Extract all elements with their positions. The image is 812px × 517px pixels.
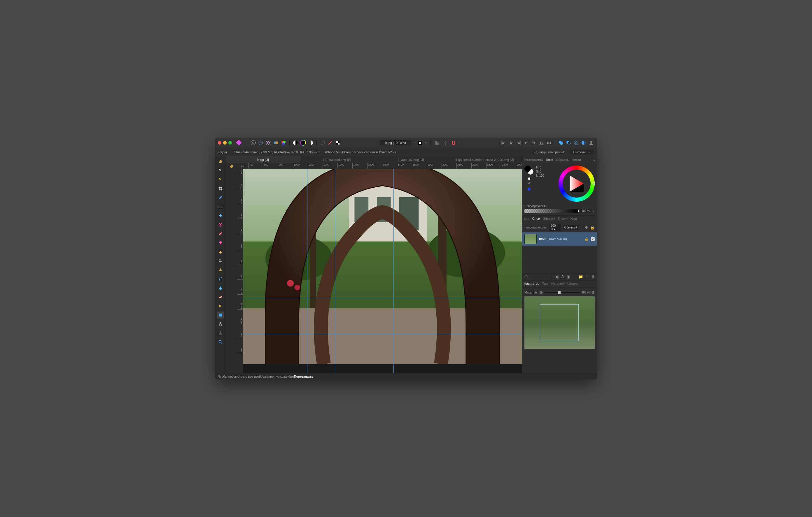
doc-tab-2[interactable]: 9_auto_x2.png [И] — [374, 156, 448, 163]
erase-tool[interactable] — [217, 248, 224, 255]
opacity-dropdown-icon[interactable]: ▸ — [593, 209, 595, 212]
clone-tool[interactable] — [217, 239, 224, 246]
opacity-value[interactable]: 100 % — [580, 209, 591, 213]
align-right-icon[interactable] — [516, 140, 522, 146]
zoom-lens-tool[interactable] — [217, 257, 224, 264]
flood-tool[interactable] — [217, 212, 224, 219]
folder-icon[interactable]: 📁 — [578, 275, 583, 279]
ruler-horizontal[interactable]: 7008009001000110012001300140015001600170… — [248, 163, 522, 169]
align-left-icon[interactable] — [500, 140, 506, 146]
shape-add-icon[interactable] — [558, 140, 564, 146]
shape-sub-icon[interactable] — [566, 140, 571, 146]
blend-mode-select[interactable]: Обычный — [562, 225, 579, 230]
shape-int-icon[interactable] — [573, 140, 579, 146]
tab-swatches[interactable]: Образцы — [556, 158, 569, 161]
add-layer-icon[interactable]: ⊞ — [585, 275, 588, 279]
selection-brush-tool[interactable] — [217, 194, 224, 201]
tab-styles[interactable]: Стили — [558, 217, 568, 220]
panel-menu-icon[interactable]: ≡ — [593, 158, 595, 161]
gear-icon[interactable]: ⚙ — [585, 225, 588, 230]
tab-layers[interactable]: Слои — [532, 217, 540, 220]
fx-icon[interactable]: fx — [561, 275, 564, 279]
doc-tab-0[interactable]: 9.jpg [И] — [226, 156, 300, 163]
doc-tab-1[interactable]: 9-Enhanced.png [И] — [300, 156, 374, 163]
layer-row[interactable]: Фон (Пиксельный) 🔒 ✓ — [522, 232, 597, 246]
persona-tone-icon[interactable] — [273, 140, 279, 146]
zoom-out-icon[interactable]: ⊖ — [540, 290, 543, 295]
doc-tab-3[interactable]: 9-gigapixel-standard-scale-2_00x.png [И] — [448, 156, 522, 163]
zoom-tool[interactable] — [217, 339, 224, 346]
tab-correction[interactable]: Кор — [524, 217, 529, 220]
diagonal-icon[interactable] — [327, 140, 333, 146]
tab-navigator[interactable]: Навигатор — [524, 282, 539, 285]
tab-histogram[interactable]: Гистограмма — [524, 158, 543, 161]
adjustment-icon[interactable]: ◐ — [556, 275, 559, 279]
shape-half-icon[interactable] — [581, 140, 586, 146]
swap-colors-icon[interactable] — [528, 177, 530, 180]
text-tool[interactable]: A — [217, 321, 224, 328]
stamp-tool[interactable] — [217, 266, 224, 273]
heal-tool[interactable] — [217, 275, 224, 282]
color-wheel[interactable] — [558, 165, 595, 202]
half-circle-icon[interactable] — [308, 140, 314, 146]
inpaint-tool[interactable] — [217, 294, 224, 301]
maximize-window[interactable] — [228, 141, 232, 145]
tab-channels[interactable]: Каналы — [567, 282, 578, 285]
blend-dropdown-icon[interactable]: ⌄ — [581, 226, 583, 229]
units-select[interactable]: Пиксели⌄ — [570, 150, 593, 154]
paint-brush-tool[interactable] — [217, 230, 224, 237]
color-picker-tool[interactable] — [217, 221, 224, 228]
tab-misc[interactable]: Хрщ — [570, 217, 577, 220]
align-bottom-icon[interactable] — [539, 140, 544, 146]
dodge-tool[interactable] — [217, 303, 224, 309]
navigator-viewport[interactable] — [540, 304, 579, 341]
mesh-tool[interactable] — [217, 330, 224, 337]
crop-mask-icon[interactable]: ▣ — [567, 275, 570, 279]
zoom-value[interactable]: 100 % — [582, 291, 590, 294]
persona-photo-icon[interactable] — [250, 140, 256, 146]
persona-liquify-icon[interactable] — [258, 140, 264, 146]
layers-blend-icon[interactable]: ⬡ — [524, 275, 528, 279]
blur-tool[interactable] — [217, 284, 224, 292]
minimize-window[interactable] — [223, 141, 227, 145]
tab-color[interactable]: Цвет — [546, 158, 553, 161]
marquee-tool[interactable] — [217, 203, 224, 210]
adjust-bw-icon[interactable] — [293, 140, 298, 146]
close-window[interactable] — [218, 141, 221, 145]
snap-off-icon[interactable] — [442, 140, 448, 146]
grid-icon[interactable] — [434, 140, 440, 146]
recent-color[interactable] — [528, 188, 530, 191]
layer-visible-checkbox[interactable]: ✓ — [591, 237, 595, 241]
trash-icon[interactable]: 🗑 — [591, 275, 595, 279]
persona-export-icon[interactable] — [281, 140, 286, 146]
crop-tool[interactable] — [217, 185, 224, 192]
mask-icon[interactable]: ◻ — [550, 275, 554, 279]
marquee-icon[interactable] — [320, 140, 325, 146]
checker-icon[interactable] — [335, 140, 341, 146]
color-wheel-icon[interactable] — [300, 140, 306, 146]
user-icon[interactable] — [588, 140, 594, 146]
lock-icon[interactable]: 🔒 — [590, 225, 595, 230]
color-swatches[interactable] — [524, 165, 534, 175]
canvas[interactable] — [243, 169, 522, 373]
hand-corner[interactable] — [226, 163, 237, 169]
tab-history[interactable]: История — [551, 282, 564, 285]
opacity-slider[interactable] — [524, 209, 578, 213]
layer-opacity-input[interactable]: 100 % ▸ — [549, 223, 561, 231]
tab-transform[interactable]: Трф — [542, 282, 548, 285]
ruler-vertical[interactable]: 6007008009001000110012001300140015001600… — [237, 169, 243, 373]
shape-tool[interactable] — [217, 311, 224, 318]
view-tool[interactable] — [217, 176, 224, 183]
navigator-thumbnail[interactable] — [524, 296, 595, 349]
move-tool[interactable] — [217, 167, 224, 174]
align-middle-icon[interactable] — [531, 140, 536, 146]
tab-brushes[interactable]: Кисти — [572, 158, 581, 161]
layer-lock-icon[interactable]: 🔒 — [584, 237, 588, 241]
zoom-slider[interactable] — [545, 292, 580, 293]
distribute-icon[interactable] — [546, 140, 552, 146]
align-top-icon[interactable] — [523, 140, 529, 146]
ruler-unit[interactable]: px — [237, 163, 248, 169]
view-mode-icon[interactable] — [417, 140, 423, 146]
tab-effects[interactable]: Эффект — [543, 217, 555, 220]
magnet-icon[interactable] — [451, 140, 457, 146]
